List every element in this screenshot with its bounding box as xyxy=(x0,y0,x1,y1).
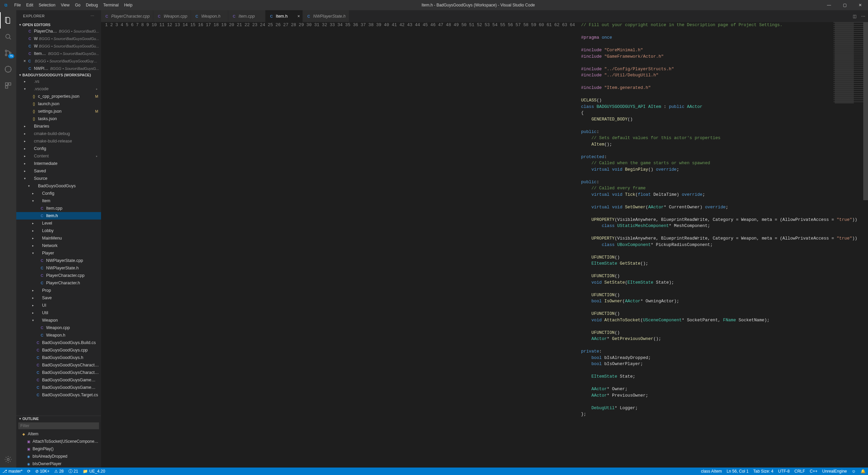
status-notifications-icon[interactable]: 🔔 xyxy=(858,468,868,475)
outline-filter-input[interactable] xyxy=(18,422,99,429)
status-folder[interactable]: 📁 UE_4.20 xyxy=(80,468,107,475)
open-editor-item[interactable]: Item.cppBGGG • Source\BadGuysGo... xyxy=(16,50,101,57)
editor-tab[interactable]: NWPlayerState.h xyxy=(303,10,349,22)
folder-item[interactable]: ▸cmake-build-release xyxy=(16,137,101,145)
status-sync[interactable]: ⟳ xyxy=(25,468,33,475)
outline-item[interactable]: AItem xyxy=(16,430,101,438)
close-icon[interactable]: × xyxy=(22,59,27,63)
section-outline[interactable]: ▾OUTLINE xyxy=(16,416,101,421)
menu-help[interactable]: Help xyxy=(121,0,135,10)
menu-view[interactable]: View xyxy=(58,0,72,10)
file-item[interactable]: PlayerCharacter.cpp xyxy=(16,272,101,279)
folder-item[interactable]: ▾Player xyxy=(16,249,101,257)
folder-item[interactable]: ▸MainMenu xyxy=(16,234,101,242)
split-editor-icon[interactable]: ◫ xyxy=(853,14,856,19)
file-item[interactable]: NWPlayerState.h xyxy=(16,264,101,272)
outline-item[interactable]: bIsOwnerPlayer xyxy=(16,460,101,468)
editor-tab[interactable]: Weapon.cpp xyxy=(153,10,191,22)
open-editor-item[interactable]: ×Item.hBGGG • Source\BadGuysGoodGuys\It.… xyxy=(16,57,101,65)
debug-icon[interactable] xyxy=(0,61,16,77)
folder-item[interactable]: ▸Binaries xyxy=(16,122,101,130)
more-icon[interactable]: ⋯ xyxy=(861,14,865,19)
window-maximize-icon[interactable]: ▢ xyxy=(837,0,852,10)
folder-item[interactable]: ▸Content● xyxy=(16,152,101,160)
file-item[interactable]: launch.json xyxy=(16,100,101,108)
folder-item[interactable]: ▸Prop xyxy=(16,287,101,294)
status-info[interactable]: ⓘ 21 xyxy=(66,468,81,475)
editor-tab[interactable]: Item.cpp xyxy=(228,10,265,22)
file-item[interactable]: tasks.json xyxy=(16,115,101,122)
file-item[interactable]: NWPlayerState.cpp xyxy=(16,257,101,264)
settings-gear-icon[interactable] xyxy=(0,451,16,468)
menu-selection[interactable]: Selection xyxy=(36,0,58,10)
status-cursor-pos[interactable]: Ln 56, Col 1 xyxy=(724,468,751,475)
folder-item[interactable]: ▸Config xyxy=(16,190,101,197)
explorer-icon[interactable] xyxy=(0,12,16,28)
vertical-scrollbar[interactable] xyxy=(863,22,868,468)
file-item[interactable]: BadGuysGoodGuysGameMode.h xyxy=(16,384,101,391)
status-context[interactable]: class AItem xyxy=(699,468,724,475)
folder-item[interactable]: ▸Saved xyxy=(16,167,101,175)
folder-item[interactable]: ▸Network xyxy=(16,242,101,249)
status-errors[interactable]: ⊘ 10K+ xyxy=(33,468,52,475)
folder-item[interactable]: ▾Source xyxy=(16,175,101,182)
file-item[interactable]: Item.cpp xyxy=(16,205,101,212)
status-warnings[interactable]: ⚠ 28 xyxy=(52,468,66,475)
file-item[interactable]: Weapon.cpp xyxy=(16,324,101,331)
file-item[interactable]: BadGuysGoodGuysCharacter.h xyxy=(16,369,101,376)
editor-tab[interactable]: Item.h xyxy=(265,10,303,22)
menu-file[interactable]: File xyxy=(12,0,23,10)
source-control-icon[interactable]: 75 xyxy=(0,45,16,61)
code-editor[interactable]: 1 2 3 4 5 6 7 8 9 10 11 12 13 14 15 16 1… xyxy=(101,22,868,468)
outline-item[interactable]: BeginPlay() xyxy=(16,445,101,453)
section-open-editors[interactable]: ▾OPEN EDITORS xyxy=(16,22,101,27)
menu-edit[interactable]: Edit xyxy=(23,0,36,10)
open-editor-item[interactable]: NWPlayerState.hBGGG • Source\BadGuysG... xyxy=(16,65,101,72)
status-encoding[interactable]: UTF-8 xyxy=(776,468,792,475)
file-item[interactable]: BadGuysGoodGuys.Build.cs xyxy=(16,339,101,346)
folder-item[interactable]: ▸Level xyxy=(16,220,101,227)
outline-item[interactable]: bIsAlreadyDropped xyxy=(16,453,101,460)
menu-go[interactable]: Go xyxy=(72,0,83,10)
folder-item[interactable]: ▸cmake-build-debug xyxy=(16,130,101,137)
open-editor-item[interactable]: PlayerCharacter.cppBGGG • Source\BadG... xyxy=(16,27,101,35)
section-workspace[interactable]: ▾BADGUYSGOODGUYS (WORKSPACE) xyxy=(16,72,101,78)
status-language[interactable]: C++ xyxy=(807,468,820,475)
search-icon[interactable] xyxy=(0,28,16,45)
menu-debug[interactable]: Debug xyxy=(83,0,100,10)
status-tab-size[interactable]: Tab Size: 4 xyxy=(751,468,776,475)
editor-tab[interactable]: Weapon.h xyxy=(191,10,228,22)
status-unreal[interactable]: UnrealEngine xyxy=(820,468,849,475)
file-item[interactable]: BadGuysGoodGuysCharacter.cpp xyxy=(16,361,101,369)
file-item[interactable]: c_cpp_properties.jsonM xyxy=(16,93,101,100)
file-item[interactable]: BadGuysGoodGuys.h xyxy=(16,354,101,361)
folder-item[interactable]: ▾Item xyxy=(16,197,101,205)
file-item[interactable]: BadGuysGoodGuys.cpp xyxy=(16,346,101,354)
status-eol[interactable]: CRLF xyxy=(792,468,807,475)
folder-item[interactable]: ▸Config xyxy=(16,145,101,152)
file-item[interactable]: PlayerCharacter.h xyxy=(16,279,101,287)
folder-item[interactable]: ▸UI xyxy=(16,302,101,309)
folder-item[interactable]: ▸Lobby xyxy=(16,227,101,234)
open-editor-item[interactable]: Weapon.cppBGGG • Source\BadGuysGoodGu... xyxy=(16,35,101,42)
window-close-icon[interactable]: ✕ xyxy=(852,0,868,10)
folder-item[interactable]: ▸Intermediate xyxy=(16,160,101,167)
menu-terminal[interactable]: Terminal xyxy=(101,0,121,10)
editor-tab[interactable]: PlayerCharacter.cpp xyxy=(101,10,153,22)
file-item[interactable]: Item.h xyxy=(16,212,101,220)
status-branch[interactable]: ⎇ master* xyxy=(0,468,25,475)
file-item[interactable]: Weapon.h xyxy=(16,331,101,339)
folder-item[interactable]: ▸Save xyxy=(16,294,101,302)
file-item[interactable]: settings.jsonM xyxy=(16,108,101,115)
outline-item[interactable]: AttachToSocket(USceneComponent *... xyxy=(16,438,101,445)
file-item[interactable]: BadGuysGoodGuys.Target.cs xyxy=(16,391,101,399)
folder-item[interactable]: ▾Weapon xyxy=(16,317,101,324)
window-minimize-icon[interactable]: ― xyxy=(821,0,837,10)
folder-item[interactable]: ▸.vs xyxy=(16,78,101,85)
sidebar-more-icon[interactable]: ⋯ xyxy=(91,10,95,22)
folder-item[interactable]: ▾.vscode● xyxy=(16,85,101,93)
status-feedback-icon[interactable]: ☺ xyxy=(849,468,858,475)
folder-item[interactable]: ▸Util xyxy=(16,309,101,317)
folder-item[interactable]: ▾BadGuysGoodGuys xyxy=(16,182,101,190)
open-editor-item[interactable]: Weapon.hBGGG • Source\BadGuysGoodGu... xyxy=(16,42,101,50)
